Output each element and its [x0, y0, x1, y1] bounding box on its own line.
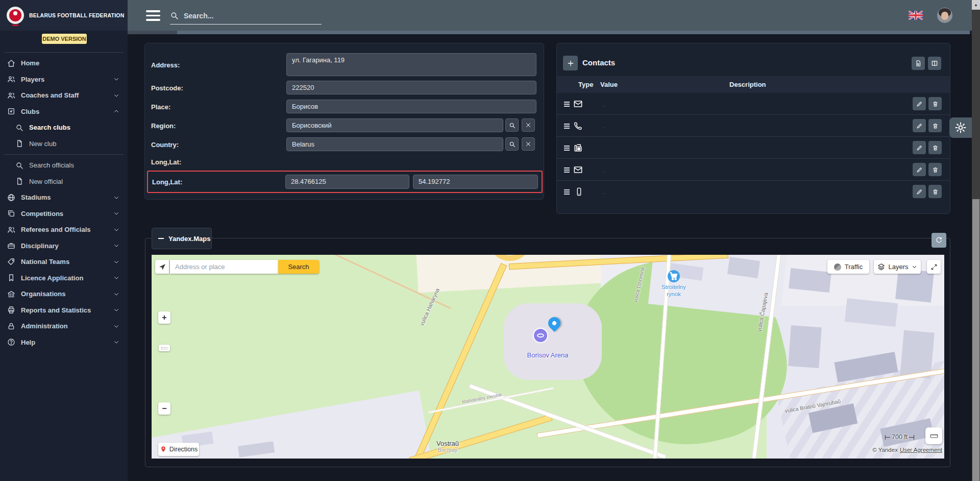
longitude-input[interactable]: 28.4766125 — [285, 175, 409, 189]
address-input[interactable]: ул. Гагарина, 119 — [286, 53, 536, 76]
chevron-down-icon — [113, 210, 119, 217]
chevron-down-icon — [113, 195, 119, 201]
country-clear-button[interactable] — [522, 137, 535, 151]
sidebar-item-home[interactable]: Home — [0, 55, 128, 71]
user-avatar[interactable] — [937, 8, 952, 23]
drag-handle-icon[interactable] — [564, 189, 570, 196]
export-excel-button[interactable] — [912, 57, 925, 70]
contact-row[interactable]: . — [557, 93, 950, 115]
menu-toggle-button[interactable] — [146, 10, 160, 23]
sidebar-item-national-teams[interactable]: National Teams — [0, 254, 128, 270]
traffic-button[interactable]: Traffic — [827, 260, 869, 274]
contact-row[interactable]: . — [557, 159, 950, 181]
drag-handle-icon[interactable] — [564, 124, 570, 130]
delete-contact-button[interactable] — [928, 119, 942, 132]
coaches-icon — [7, 91, 15, 100]
global-search-input[interactable]: Search... — [170, 7, 322, 25]
geolocation-arrow-icon — [158, 263, 166, 271]
sidebar-item-licence[interactable]: Licence Application — [0, 270, 128, 286]
geolocate-button[interactable] — [155, 260, 169, 274]
sidebar-item-referees[interactable]: Referees and Officials — [0, 222, 128, 238]
edit-contact-button[interactable] — [913, 141, 926, 154]
drag-handle-icon[interactable] — [564, 146, 570, 152]
horizontal-scrollbar-thumb[interactable] — [177, 31, 970, 34]
map-search-button[interactable]: Search — [278, 260, 319, 274]
ruler-button[interactable] — [925, 427, 942, 444]
sidebar-item-organisations[interactable]: Organisations — [0, 286, 128, 302]
sidebar-item-help[interactable]: Help — [0, 334, 128, 351]
directions-button[interactable]: Directions — [158, 443, 199, 456]
region-clear-button[interactable] — [522, 118, 535, 132]
sidebar-item-administration[interactable]: Administration — [0, 318, 128, 334]
contact-row[interactable] — [557, 137, 950, 159]
edit-contact-button[interactable] — [913, 163, 926, 176]
delete-contact-button[interactable] — [928, 185, 942, 198]
app-root: BELARUS FOOTBALL FEDERATION DEMO VERSION… — [0, 0, 980, 481]
postcode-input[interactable]: 222520 — [286, 81, 536, 94]
contact-value: . — [603, 101, 604, 107]
yandex-maps-collapse-tab[interactable]: Yandex.Maps — [152, 228, 212, 249]
cart-icon — [668, 270, 680, 282]
map-label-arena[interactable]: Borisov Arena — [517, 351, 578, 359]
map-building — [789, 268, 831, 293]
horizontal-scrollbar[interactable] — [128, 31, 972, 34]
user-agreement-link[interactable]: User Agreement — [900, 447, 942, 453]
place-input[interactable]: Борисов — [286, 100, 536, 113]
delete-contact-button[interactable] — [928, 163, 942, 176]
vertical-scrollbar-thumb[interactable] — [972, 199, 979, 481]
column-chooser-button[interactable] — [928, 57, 941, 70]
language-flag-uk[interactable] — [909, 11, 923, 20]
drag-handle-icon[interactable] — [564, 167, 570, 174]
country-input[interactable]: Belarus — [286, 137, 503, 151]
sidebar-item-clubs[interactable]: Clubs — [0, 104, 128, 120]
edit-contact-button[interactable] — [913, 119, 926, 132]
sidebar-item-coaches[interactable]: Coaches and Staff — [0, 87, 128, 104]
delete-contact-button[interactable] — [928, 141, 942, 154]
sidebar-item-disciplinary[interactable]: Disciplinary — [0, 238, 128, 254]
pencil-icon — [916, 101, 923, 107]
delete-contact-button[interactable] — [928, 97, 942, 110]
map-label-stroitelny[interactable]: Stroitelny — [643, 284, 704, 290]
region-input[interactable]: Борисовский — [286, 118, 503, 132]
latitude-input[interactable]: 54.192772 — [413, 175, 538, 189]
map-stadium-area — [504, 303, 602, 380]
sidebar-item-new-official[interactable]: New official — [0, 174, 128, 190]
add-contact-button[interactable] — [563, 56, 578, 70]
fullscreen-button[interactable] — [927, 260, 941, 274]
search-icon — [509, 122, 516, 129]
trash-icon — [932, 123, 939, 129]
drag-handle-icon[interactable] — [564, 102, 570, 108]
contact-row[interactable]: . — [557, 181, 950, 203]
competitions-icon — [7, 209, 15, 218]
sidebar-item-search-clubs[interactable]: Search clubs — [0, 119, 128, 136]
edit-contact-button[interactable] — [913, 185, 926, 198]
pencil-icon — [916, 166, 923, 173]
map-label-stroitelny-2[interactable]: rynok — [643, 291, 704, 297]
sidebar-item-new-club[interactable]: New club — [0, 136, 128, 152]
sidebar-item-players[interactable]: Players — [0, 71, 128, 88]
chevron-down-icon — [113, 307, 119, 313]
contact-row[interactable]: . — [557, 115, 950, 137]
vertical-scrollbar[interactable]: ▲ — [972, 0, 980, 481]
sidebar-item-reports[interactable]: Reports and Statistics — [0, 302, 128, 319]
chevron-up-icon — [113, 108, 119, 114]
address-label: Address: — [151, 61, 180, 69]
layers-button[interactable]: Layers — [874, 260, 921, 274]
sidebar-item-stadiums[interactable]: Stadiums — [0, 189, 128, 206]
country-search-button[interactable] — [505, 137, 519, 151]
scroll-up-button[interactable]: ▲ — [972, 0, 980, 10]
zoom-out-button[interactable]: − — [158, 402, 170, 415]
sidebar-nav: Home Players Coaches and Staff Clubs Sea… — [0, 55, 128, 350]
settings-tab-button[interactable] — [949, 117, 972, 138]
map-search-input[interactable]: Address or place — [170, 260, 278, 274]
search-icon — [509, 141, 516, 148]
map-refresh-button[interactable] — [932, 233, 946, 248]
sidebar-item-search-officials[interactable]: Search officials — [0, 157, 128, 174]
region-search-button[interactable] — [505, 118, 519, 132]
sidebar-item-competitions[interactable]: Competitions — [0, 206, 128, 222]
zoom-in-button[interactable]: + — [158, 311, 170, 324]
edit-contact-button[interactable] — [913, 97, 926, 110]
place-label: Place: — [151, 103, 170, 111]
zoom-slider-handle[interactable] — [159, 345, 170, 351]
map-canvas[interactable]: Borisov Arena Stroitelny rynok vulica Ha… — [152, 255, 944, 459]
